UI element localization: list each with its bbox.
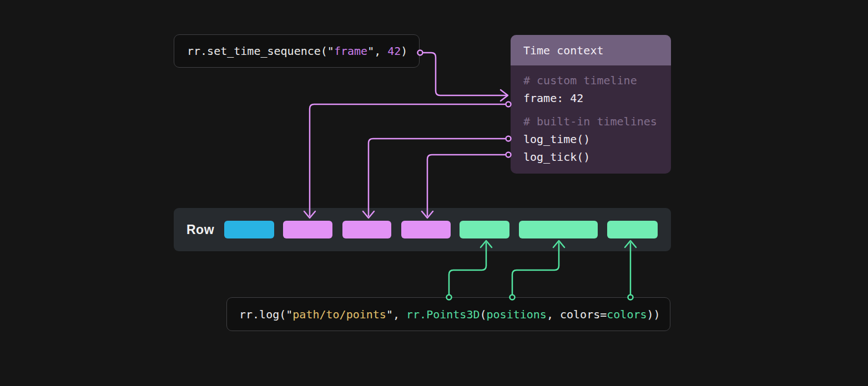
code-token: , colors= — [547, 308, 607, 321]
row-block-green-6 — [519, 221, 598, 238]
row-block-purple-4 — [401, 221, 451, 238]
code-token-string: frame — [334, 44, 367, 58]
time-context-panel: Time context # custom timeline frame: 42… — [511, 35, 671, 174]
set-time-sequence-code-box: rr.set_time_sequence("frame", 42) — [174, 34, 420, 68]
connector-frame-to-block2 — [304, 102, 511, 219]
code-token-number: 42 — [387, 44, 401, 58]
row-block-green-7 — [607, 221, 658, 238]
connector-settime-to-frame — [418, 50, 508, 101]
row-block-blue-1 — [224, 221, 274, 238]
frame-42-line: frame: 42 — [523, 92, 583, 105]
code-token: rr.log(" — [239, 308, 292, 321]
row-label: Row — [186, 208, 214, 251]
code-token: )) — [647, 308, 660, 321]
row-block-green-5 — [460, 221, 509, 238]
code-token: rr.set_time_sequence(" — [187, 44, 334, 58]
code-token-path-string: path/to/points — [292, 308, 386, 321]
log-tick-line: log_tick() — [523, 150, 590, 164]
arrowhead-right — [501, 90, 508, 101]
code-token: ", — [367, 44, 387, 58]
code-token-colors: colors — [607, 308, 647, 321]
code-token: ) — [401, 44, 407, 58]
connector-logtime-to-block3 — [363, 136, 511, 219]
builtin-timelines-comment: # built-in timelines — [523, 115, 657, 128]
set-time-sequence-code: rr.set_time_sequence("frame", 42) — [187, 45, 407, 57]
time-context-title: Time context — [523, 44, 604, 57]
log-code: rr.log("path/to/points", rr.Points3D(pos… — [239, 309, 660, 320]
code-token: ", — [386, 308, 406, 321]
time-context-header: Time context — [511, 35, 671, 65]
diagram-canvas: rr.set_time_sequence("frame", 42) Time c… — [0, 0, 868, 386]
row-block-purple-2 — [283, 221, 332, 238]
row-block-purple-3 — [342, 221, 391, 238]
code-token-positions: positions — [487, 308, 547, 321]
custom-timeline-comment: # custom timeline — [523, 74, 637, 87]
code-token-points3d: rr.Points3D — [406, 308, 480, 321]
log-code-box: rr.log("path/to/points", rr.Points3D(pos… — [226, 297, 670, 331]
log-time-line: log_time() — [523, 133, 590, 146]
code-token: ( — [480, 308, 486, 321]
row-bar: Row — [174, 208, 671, 251]
